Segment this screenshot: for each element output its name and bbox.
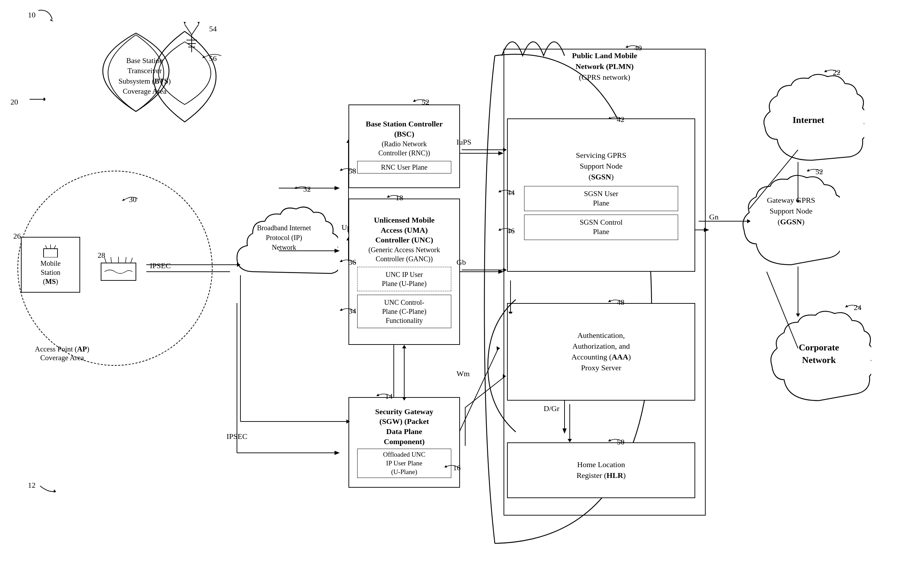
svg-marker-34 <box>184 22 186 24</box>
ref-20-arrow <box>28 96 45 103</box>
aaa-box: Authentication,Authorization, andAccount… <box>507 303 695 401</box>
plmn-left-curve <box>481 296 523 435</box>
svg-line-40 <box>54 245 56 249</box>
svg-rect-41 <box>101 263 136 280</box>
dgr-label: D/Gr <box>544 404 559 413</box>
ref-54: 54 <box>209 24 217 34</box>
ref-36-arrow <box>340 256 357 267</box>
ref-42-arrow <box>608 113 625 124</box>
ref-16-arrow <box>444 462 462 472</box>
svg-marker-89 <box>796 313 800 317</box>
ref-10-arrow <box>35 7 56 24</box>
mobile-station-box: MobileStation(MS) <box>21 237 80 292</box>
hlr-box: Home LocationRegister (HLR) <box>507 443 695 498</box>
svg-marker-35 <box>197 22 200 24</box>
ap-router-box <box>98 256 139 284</box>
ref-44-arrow <box>498 186 516 197</box>
ref-32-arrow <box>294 183 312 193</box>
ggsn-to-corp-line <box>780 265 815 317</box>
bts-coverage-label: Base StationTransceiverSubsystem (BTS)Co… <box>118 56 171 97</box>
internet-to-ggsn-line <box>780 160 815 202</box>
ref-30-arrow <box>122 193 139 204</box>
svg-marker-26 <box>44 97 45 101</box>
svg-marker-64 <box>346 419 350 423</box>
ref-50-arrow <box>608 435 625 446</box>
ref-24-arrow <box>845 301 863 312</box>
unc-to-sgsn-arrow <box>460 265 509 275</box>
ref-40-arrow <box>625 42 643 52</box>
bsc-box: Base Station Controller(BSC) (Radio Netw… <box>349 105 460 188</box>
ref-18-arrow <box>387 192 404 202</box>
broadband-label: Broadband InternetProtocol (IP)Network <box>232 223 336 252</box>
svg-marker-24 <box>50 19 53 22</box>
diagram: 10 20 12 54 56 Base Stat <box>0 0 913 588</box>
ref-12-arrow <box>38 484 56 494</box>
svg-marker-27 <box>54 489 56 493</box>
ref-14-arrow <box>377 390 394 401</box>
svg-line-43 <box>111 257 111 263</box>
ref-58-arrow <box>340 165 357 175</box>
ap-to-cloud-arrow <box>143 254 241 275</box>
internet-label: Internet <box>774 115 843 125</box>
ref-48-arrow <box>608 296 625 307</box>
svg-marker-87 <box>796 200 800 202</box>
svg-rect-37 <box>44 249 58 257</box>
ipsec-to-sgw-line <box>237 272 352 425</box>
ref-52-bsc-arrow <box>413 96 430 106</box>
svg-marker-47 <box>122 199 125 201</box>
svg-line-45 <box>126 257 126 263</box>
ref-22-arrow <box>824 66 842 77</box>
corporate-network-label: CorporateNetwork <box>777 341 861 367</box>
svg-marker-67 <box>402 397 406 401</box>
ref-26: 26 <box>13 232 21 241</box>
ref-10: 10 <box>28 10 36 19</box>
ref-46-arrow <box>498 225 516 235</box>
svg-marker-66 <box>402 345 406 348</box>
svg-line-30 <box>192 24 199 35</box>
aaa-to-hlr-arrow <box>564 401 575 443</box>
svg-marker-7 <box>334 451 340 455</box>
ap-coverage-label: Access Point (AP)Coverage Area <box>35 345 89 362</box>
sgw-box: Security Gateway(SGW) (PacketData PlaneC… <box>349 397 460 488</box>
ref-12: 12 <box>28 481 36 490</box>
ref-20: 20 <box>10 97 18 107</box>
svg-line-29 <box>185 24 192 35</box>
svg-line-38 <box>45 245 47 249</box>
antenna-icon <box>181 21 202 56</box>
svg-line-46 <box>131 258 133 263</box>
ipsec-label-2: IPSEC <box>226 432 247 441</box>
plmn-top-waves <box>498 21 568 63</box>
ref-56-arrow <box>202 50 223 61</box>
bsc-to-plmn-arrow <box>460 145 509 155</box>
ref-28: 28 <box>98 251 105 260</box>
unc-sgw-arrow <box>397 345 411 401</box>
svg-marker-79 <box>568 439 572 443</box>
unc-box: Unlicensed MobileAccess (UMA)Controller … <box>349 199 460 345</box>
svg-marker-36 <box>202 56 205 58</box>
sgsn-box: Servicing GPRSSupport Node(SGSN) SGSN Us… <box>507 118 695 272</box>
rnc-user-plane-label: RNC User Plane <box>381 163 427 171</box>
